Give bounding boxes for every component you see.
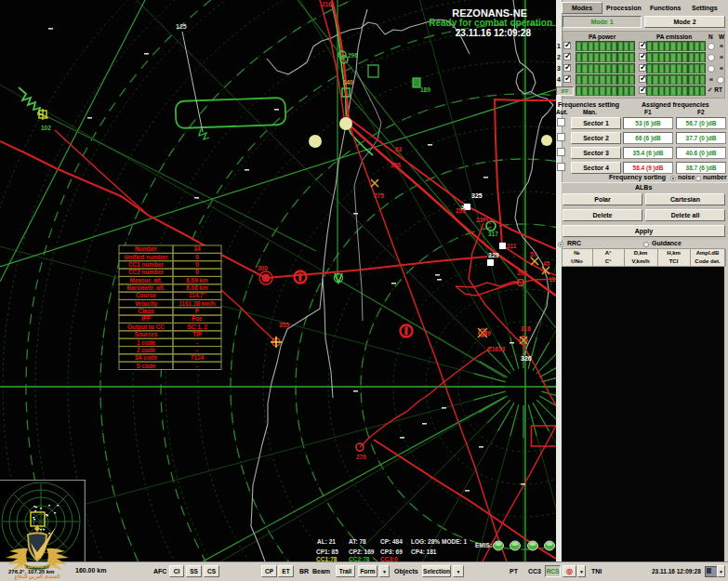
svg-text:289: 289 [481, 330, 491, 337]
svg-text:CC2 number: CC2 number [128, 269, 165, 275]
svg-text:57: 57 [530, 251, 537, 257]
svg-text:189: 189 [420, 86, 430, 93]
svg-text:0: 0 [195, 254, 199, 260]
svg-text:6.08 km: 6.08 km [186, 284, 208, 291]
svg-text:CP1: 85: CP1: 85 [316, 548, 338, 555]
svg-text:C1653: C1653 [487, 346, 506, 352]
svg-text:326: 326 [521, 355, 532, 362]
svg-text:34: 34 [193, 245, 201, 252]
svg-text:2 code: 2 code [137, 347, 156, 353]
svg-text:63: 63 [395, 146, 403, 152]
svg-text:216: 216 [322, 1, 332, 7]
svg-text:23PQ: 23PQ [476, 217, 492, 224]
svg-text:256: 256 [390, 162, 401, 168]
svg-text:270: 270 [356, 454, 366, 460]
svg-text:13: 13 [549, 276, 556, 283]
svg-text:114.7°: 114.7° [189, 292, 206, 298]
svg-text:-: - [196, 339, 198, 346]
svg-text:7124: 7124 [191, 354, 205, 361]
svg-text:300: 300 [258, 265, 268, 271]
svg-text:0: 0 [195, 269, 199, 275]
svg-text:102: 102 [41, 125, 51, 131]
svg-text:-: - [196, 347, 198, 353]
svg-text:المنتدى العربي للدفاع: المنتدى العربي للدفاع [15, 574, 60, 580]
svg-text:1161.38 km/h: 1161.38 km/h [179, 300, 216, 307]
svg-text:6.09 km: 6.09 km [186, 277, 208, 284]
svg-text:0: 0 [195, 261, 199, 268]
svg-text:355: 355 [279, 322, 289, 328]
svg-text:S code: S code [137, 363, 156, 369]
svg-text:125: 125 [176, 23, 187, 30]
svg-text:Ready for combat operation: Ready for combat operation [429, 18, 552, 28]
svg-text:140: 140 [343, 79, 353, 86]
svg-text:1 code: 1 code [137, 339, 156, 346]
svg-text:Barometr. alt.: Barometr. alt. [127, 284, 165, 291]
svg-text:329: 329 [488, 252, 499, 258]
svg-text:IFF: IFF [141, 315, 151, 322]
svg-text:TIP: TIP [192, 331, 203, 337]
svg-text:SC:1, 2: SC:1, 2 [187, 324, 207, 331]
svg-text:Output to CC: Output to CC [127, 324, 165, 331]
svg-text:-: - [196, 363, 198, 369]
svg-text:296: 296 [348, 52, 358, 59]
svg-text:45: 45 [543, 260, 550, 267]
svg-text:30: 30 [461, 205, 468, 210]
svg-text:CP4: 181: CP4: 181 [411, 548, 437, 555]
svg-text:Unified number: Unified number [125, 254, 168, 260]
svg-text:Velocity: Velocity [135, 300, 158, 308]
svg-text:EMIS:: EMIS: [475, 542, 492, 548]
svg-text:LOG: 28%: LOG: 28% [411, 538, 440, 545]
svg-text:CP3: 69: CP3: 69 [380, 548, 403, 555]
svg-text:Sources: Sources [134, 331, 158, 337]
svg-text:325: 325 [471, 192, 483, 199]
svg-text:AT: 78: AT: 78 [349, 538, 366, 545]
svg-text:Class: Class [138, 308, 153, 314]
svg-text:Number: Number [135, 245, 158, 252]
svg-text:Foe: Foe [192, 315, 203, 322]
svg-text:AL: 21: AL: 21 [317, 538, 336, 545]
svg-text:3A code: 3A code [135, 354, 158, 361]
svg-text:MODE: 1: MODE: 1 [442, 538, 467, 545]
svg-text:ARAB DEFENSE FORUM: ARAB DEFENSE FORUM [17, 565, 59, 569]
svg-text:317: 317 [488, 231, 498, 237]
svg-text:CP2: 169: CP2: 169 [349, 548, 375, 555]
svg-text:316: 316 [521, 325, 531, 332]
svg-text:203: 203 [517, 270, 527, 276]
svg-text:Course: Course [136, 292, 156, 298]
svg-text:P: P [195, 308, 200, 314]
svg-text:311: 311 [507, 243, 517, 249]
svg-text:Measur. alt.: Measur. alt. [130, 277, 163, 284]
svg-text:CC1 number: CC1 number [128, 261, 165, 268]
svg-text:23.11.16 12:09:28: 23.11.16 12:09:28 [456, 28, 532, 38]
svg-text:275: 275 [374, 192, 384, 199]
svg-text:CP: 484: CP: 484 [380, 538, 403, 545]
